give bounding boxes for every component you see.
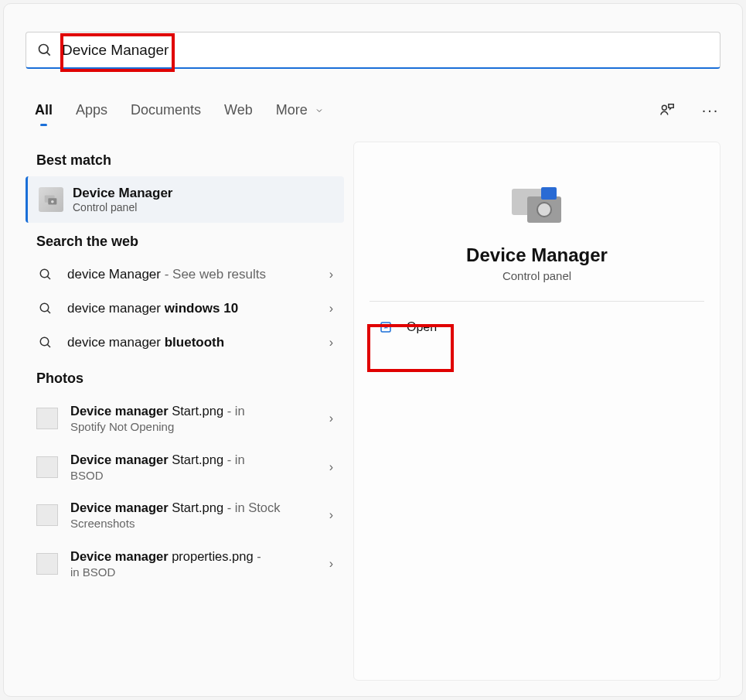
search-icon xyxy=(37,43,53,58)
chevron-right-icon: › xyxy=(325,508,333,522)
preview-subtitle: Control panel xyxy=(502,269,571,282)
tab-more[interactable]: More xyxy=(276,102,324,118)
photo-result-item[interactable]: Device manager Start.png - in BSOD › xyxy=(26,443,344,492)
search-bar[interactable] xyxy=(26,32,720,69)
svg-line-1 xyxy=(47,52,50,55)
svg-point-15 xyxy=(537,203,551,217)
tab-documents[interactable]: Documents xyxy=(131,102,201,118)
chevron-down-icon xyxy=(315,106,324,115)
search-panel: All Apps Documents Web More ··· Best mat… xyxy=(3,3,743,697)
open-action-label: Open xyxy=(407,320,437,334)
preview-pane: Device Manager Control panel Open xyxy=(353,142,720,681)
svg-line-7 xyxy=(47,276,50,279)
web-result-item[interactable]: device manager bluetooth › xyxy=(26,326,344,360)
search-icon xyxy=(36,299,55,318)
photo-result-item[interactable]: Device manager Start.png - in Spotify No… xyxy=(26,394,344,443)
chevron-right-icon: › xyxy=(325,268,333,282)
tab-web[interactable]: Web xyxy=(224,102,253,118)
web-result-text: device Manager xyxy=(67,267,161,282)
thumbnail-icon xyxy=(36,553,58,575)
svg-point-8 xyxy=(40,303,49,312)
search-icon xyxy=(36,265,55,284)
chevron-right-icon: › xyxy=(325,336,333,350)
tab-all[interactable]: All xyxy=(35,102,53,118)
svg-point-2 xyxy=(662,105,666,110)
photo-result-item[interactable]: Device manager properties.png - in BSOD … xyxy=(26,540,344,589)
svg-rect-14 xyxy=(541,187,557,200)
section-best-match: Best match xyxy=(26,142,344,176)
chevron-right-icon: › xyxy=(325,460,333,474)
open-external-icon xyxy=(377,319,394,336)
web-result-text: device manager xyxy=(67,301,165,316)
preview-title: Device Manager xyxy=(466,244,608,266)
section-search-web: Search the web xyxy=(26,223,344,258)
photo-result-item[interactable]: Device manager Start.png - in Stock Scre… xyxy=(26,491,344,540)
chevron-right-icon: › xyxy=(325,411,333,425)
section-photos: Photos xyxy=(26,360,344,394)
device-manager-icon xyxy=(39,187,63,212)
feedback-icon[interactable] xyxy=(657,100,677,120)
best-match-result[interactable]: Device Manager Control panel xyxy=(26,176,344,223)
web-result-text: device manager xyxy=(67,335,165,350)
tab-apps[interactable]: Apps xyxy=(76,102,107,118)
search-input[interactable] xyxy=(53,42,709,59)
search-icon xyxy=(36,333,55,352)
svg-point-5 xyxy=(51,200,54,203)
web-result-item[interactable]: device manager windows 10 › xyxy=(26,292,344,326)
svg-point-6 xyxy=(40,269,49,278)
thumbnail-icon xyxy=(36,456,58,478)
more-options-icon[interactable]: ··· xyxy=(700,100,720,120)
best-match-subtitle: Control panel xyxy=(73,201,172,213)
thumbnail-icon xyxy=(36,504,58,526)
thumbnail-icon xyxy=(36,408,58,429)
filter-tabs: All Apps Documents Web More ··· xyxy=(35,95,720,125)
svg-line-11 xyxy=(47,344,50,347)
chevron-right-icon: › xyxy=(325,557,333,571)
svg-point-0 xyxy=(39,44,49,53)
results-column: Best match Device Manager Control panel … xyxy=(26,142,344,588)
web-result-item[interactable]: device Manager - See web results › xyxy=(26,258,344,292)
svg-point-10 xyxy=(40,337,49,346)
tab-more-label: More xyxy=(276,102,308,118)
preview-app-icon xyxy=(504,178,571,232)
open-action[interactable]: Open xyxy=(370,309,704,345)
svg-line-9 xyxy=(47,310,50,313)
chevron-right-icon: › xyxy=(325,302,333,316)
best-match-title: Device Manager xyxy=(73,186,172,201)
